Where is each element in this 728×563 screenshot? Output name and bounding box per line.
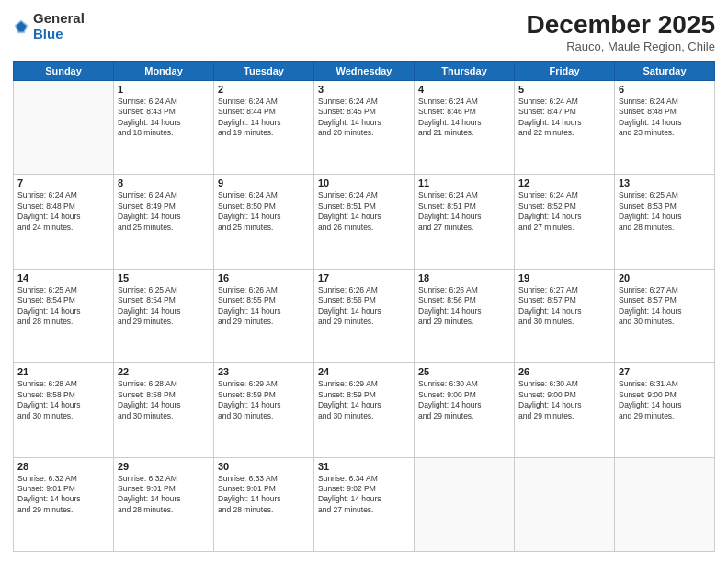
col-thursday: Thursday [415, 61, 515, 80]
table-row: 14Sunrise: 6:25 AMSunset: 8:54 PMDayligh… [14, 269, 114, 362]
cell-info: Sunrise: 6:24 AMSunset: 8:44 PMDaylight:… [218, 97, 310, 139]
table-row: 6Sunrise: 6:24 AMSunset: 8:48 PMDaylight… [615, 80, 715, 174]
cell-info: Sunrise: 6:28 AMSunset: 8:58 PMDaylight:… [17, 379, 109, 421]
cell-info: Sunrise: 6:24 AMSunset: 8:51 PMDaylight:… [418, 190, 510, 233]
calendar-table: Sunday Monday Tuesday Wednesday Thursday… [13, 61, 715, 552]
cell-info: Sunrise: 6:24 AMSunset: 8:50 PMDaylight:… [218, 190, 310, 233]
day-number: 5 [518, 84, 610, 95]
table-row: 20Sunrise: 6:27 AMSunset: 8:57 PMDayligh… [615, 269, 715, 362]
table-row: 3Sunrise: 6:24 AMSunset: 8:45 PMDaylight… [314, 80, 415, 174]
cell-info: Sunrise: 6:24 AMSunset: 8:49 PMDaylight:… [118, 190, 210, 233]
header: General Blue December 2025 Rauco, Maule … [13, 11, 715, 53]
cell-info: Sunrise: 6:24 AMSunset: 8:45 PMDaylight:… [318, 97, 410, 139]
day-number: 9 [218, 178, 310, 189]
cell-info: Sunrise: 6:34 AMSunset: 9:02 PMDaylight:… [318, 474, 410, 516]
day-number: 29 [118, 461, 210, 472]
table-row [615, 457, 715, 551]
location-subtitle: Rauco, Maule Region, Chile [527, 40, 715, 53]
page: General Blue December 2025 Rauco, Maule … [0, 0, 728, 563]
table-row: 7Sunrise: 6:24 AMSunset: 8:48 PMDaylight… [14, 175, 114, 269]
logo-general: General [33, 11, 85, 27]
calendar-week-row: 14Sunrise: 6:25 AMSunset: 8:54 PMDayligh… [14, 269, 715, 362]
day-number: 1 [118, 84, 210, 95]
cell-info: Sunrise: 6:29 AMSunset: 8:59 PMDaylight:… [218, 379, 310, 421]
table-row [515, 457, 615, 551]
cell-info: Sunrise: 6:26 AMSunset: 8:56 PMDaylight:… [418, 285, 510, 327]
col-wednesday: Wednesday [314, 61, 415, 80]
table-row: 10Sunrise: 6:24 AMSunset: 8:51 PMDayligh… [314, 175, 415, 269]
day-number: 28 [17, 461, 109, 472]
logo-text: General Blue [33, 11, 85, 41]
table-row: 23Sunrise: 6:29 AMSunset: 8:59 PMDayligh… [214, 363, 314, 457]
cell-info: Sunrise: 6:24 AMSunset: 8:51 PMDaylight:… [318, 190, 410, 233]
cell-info: Sunrise: 6:29 AMSunset: 8:59 PMDaylight:… [318, 379, 410, 421]
day-number: 8 [118, 178, 210, 189]
day-number: 22 [118, 366, 210, 377]
table-row [415, 457, 515, 551]
cell-info: Sunrise: 6:24 AMSunset: 8:48 PMDaylight:… [619, 97, 711, 139]
logo-icon [13, 18, 29, 35]
table-row: 29Sunrise: 6:32 AMSunset: 9:01 PMDayligh… [114, 457, 214, 551]
cell-info: Sunrise: 6:30 AMSunset: 9:00 PMDaylight:… [418, 379, 510, 421]
calendar-header: Sunday Monday Tuesday Wednesday Thursday… [14, 61, 715, 80]
cell-info: Sunrise: 6:26 AMSunset: 8:55 PMDaylight:… [218, 285, 310, 327]
cell-info: Sunrise: 6:32 AMSunset: 9:01 PMDaylight:… [118, 474, 210, 516]
day-number: 18 [418, 272, 510, 283]
cell-info: Sunrise: 6:24 AMSunset: 8:48 PMDaylight:… [17, 190, 109, 233]
day-number: 17 [318, 272, 410, 283]
table-row: 4Sunrise: 6:24 AMSunset: 8:46 PMDaylight… [415, 80, 515, 174]
day-number: 27 [619, 366, 711, 377]
title-block: December 2025 Rauco, Maule Region, Chile [527, 11, 715, 53]
day-number: 15 [118, 272, 210, 283]
table-row: 13Sunrise: 6:25 AMSunset: 8:53 PMDayligh… [615, 175, 715, 269]
col-friday: Friday [515, 61, 615, 80]
header-row: Sunday Monday Tuesday Wednesday Thursday… [14, 61, 715, 80]
cell-info: Sunrise: 6:24 AMSunset: 8:46 PMDaylight:… [418, 97, 510, 139]
calendar-week-row: 28Sunrise: 6:32 AMSunset: 9:01 PMDayligh… [14, 457, 715, 551]
logo: General Blue [13, 11, 85, 41]
table-row: 12Sunrise: 6:24 AMSunset: 8:52 PMDayligh… [515, 175, 615, 269]
table-row: 1Sunrise: 6:24 AMSunset: 8:43 PMDaylight… [114, 80, 214, 174]
cell-info: Sunrise: 6:24 AMSunset: 8:52 PMDaylight:… [518, 190, 610, 233]
cell-info: Sunrise: 6:27 AMSunset: 8:57 PMDaylight:… [518, 285, 610, 327]
table-row [14, 80, 114, 174]
calendar-week-row: 7Sunrise: 6:24 AMSunset: 8:48 PMDaylight… [14, 175, 715, 269]
day-number: 13 [619, 178, 711, 189]
table-row: 5Sunrise: 6:24 AMSunset: 8:47 PMDaylight… [515, 80, 615, 174]
table-row: 31Sunrise: 6:34 AMSunset: 9:02 PMDayligh… [314, 457, 415, 551]
cell-info: Sunrise: 6:25 AMSunset: 8:54 PMDaylight:… [17, 285, 109, 327]
cell-info: Sunrise: 6:31 AMSunset: 9:00 PMDaylight:… [619, 379, 711, 421]
table-row: 28Sunrise: 6:32 AMSunset: 9:01 PMDayligh… [14, 457, 114, 551]
calendar-week-row: 21Sunrise: 6:28 AMSunset: 8:58 PMDayligh… [14, 363, 715, 457]
table-row: 9Sunrise: 6:24 AMSunset: 8:50 PMDaylight… [214, 175, 314, 269]
calendar-body: 1Sunrise: 6:24 AMSunset: 8:43 PMDaylight… [14, 80, 715, 551]
table-row: 17Sunrise: 6:26 AMSunset: 8:56 PMDayligh… [314, 269, 415, 362]
cell-info: Sunrise: 6:27 AMSunset: 8:57 PMDaylight:… [619, 285, 711, 327]
day-number: 14 [17, 272, 109, 283]
cell-info: Sunrise: 6:32 AMSunset: 9:01 PMDaylight:… [17, 474, 109, 516]
day-number: 4 [418, 84, 510, 95]
table-row: 25Sunrise: 6:30 AMSunset: 9:00 PMDayligh… [415, 363, 515, 457]
table-row: 8Sunrise: 6:24 AMSunset: 8:49 PMDaylight… [114, 175, 214, 269]
table-row: 24Sunrise: 6:29 AMSunset: 8:59 PMDayligh… [314, 363, 415, 457]
table-row: 27Sunrise: 6:31 AMSunset: 9:00 PMDayligh… [615, 363, 715, 457]
cell-info: Sunrise: 6:30 AMSunset: 9:00 PMDaylight:… [518, 379, 610, 421]
table-row: 16Sunrise: 6:26 AMSunset: 8:55 PMDayligh… [214, 269, 314, 362]
cell-info: Sunrise: 6:33 AMSunset: 9:01 PMDaylight:… [218, 474, 310, 516]
day-number: 21 [17, 366, 109, 377]
cell-info: Sunrise: 6:28 AMSunset: 8:58 PMDaylight:… [118, 379, 210, 421]
table-row: 18Sunrise: 6:26 AMSunset: 8:56 PMDayligh… [415, 269, 515, 362]
day-number: 6 [619, 84, 711, 95]
day-number: 10 [318, 178, 410, 189]
day-number: 11 [418, 178, 510, 189]
cell-info: Sunrise: 6:25 AMSunset: 8:54 PMDaylight:… [118, 285, 210, 327]
day-number: 3 [318, 84, 410, 95]
day-number: 16 [218, 272, 310, 283]
day-number: 24 [318, 366, 410, 377]
cell-info: Sunrise: 6:25 AMSunset: 8:53 PMDaylight:… [619, 190, 711, 233]
col-sunday: Sunday [14, 61, 114, 80]
day-number: 25 [418, 366, 510, 377]
table-row: 15Sunrise: 6:25 AMSunset: 8:54 PMDayligh… [114, 269, 214, 362]
day-number: 26 [518, 366, 610, 377]
table-row: 19Sunrise: 6:27 AMSunset: 8:57 PMDayligh… [515, 269, 615, 362]
